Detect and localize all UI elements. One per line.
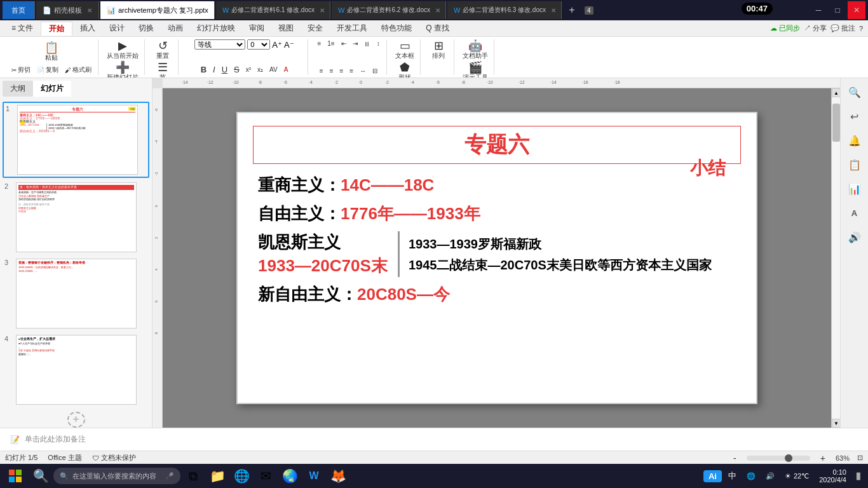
- ribbon-tab-features[interactable]: 特色功能: [375, 22, 418, 35]
- help-btn[interactable]: ?: [859, 25, 863, 32]
- font-color-button[interactable]: A: [281, 65, 291, 74]
- panel-tab-outline[interactable]: 大纲: [3, 81, 33, 97]
- paste-button[interactable]: 📋 粘贴: [40, 39, 63, 65]
- align-center-button[interactable]: ≡: [327, 67, 336, 75]
- font-family-select[interactable]: 等线: [194, 39, 245, 50]
- new-tab-button[interactable]: +: [563, 1, 581, 19]
- scroll-track[interactable]: [832, 97, 840, 419]
- ribbon-tab-home[interactable]: 开始: [41, 22, 72, 36]
- taskbar-network[interactable]: 🌐: [743, 464, 759, 488]
- right-btn-bell[interactable]: 🔔: [843, 129, 866, 152]
- font-size-select[interactable]: 0: [247, 39, 270, 50]
- superscript-button[interactable]: x²: [243, 65, 254, 74]
- charspace-button[interactable]: AV: [267, 65, 280, 74]
- taskbar-edge[interactable]: 🌐: [230, 464, 253, 487]
- taskbar-search-button[interactable]: 🔍: [29, 464, 52, 487]
- text-direction-button[interactable]: ↔: [357, 67, 369, 75]
- right-btn-volume[interactable]: 🔊: [843, 226, 866, 248]
- strikethrough-button[interactable]: S: [231, 64, 242, 75]
- linespacing-button[interactable]: ↕: [374, 39, 383, 48]
- tab-close-docx3[interactable]: ✕: [551, 7, 556, 14]
- ribbon-tab-insert[interactable]: 插入: [74, 22, 102, 35]
- ribbon-tab-slideshow[interactable]: 幻灯片放映: [191, 22, 241, 35]
- italic-button[interactable]: I: [210, 64, 218, 75]
- zoom-in-button[interactable]: +: [818, 453, 828, 463]
- arrange-button[interactable]: ⊞ 排列: [427, 39, 450, 61]
- tab-close-template[interactable]: ✕: [87, 7, 92, 14]
- right-btn-search[interactable]: 🔍: [843, 81, 866, 104]
- slide-thumb-3[interactable]: 3 措施：整顿银行金融秩序；整顿机构；新政举措 1933-1935年：以经济规定…: [3, 257, 149, 330]
- vertical-align-button[interactable]: ⊟: [370, 67, 380, 75]
- taskbar-explorer[interactable]: 📁: [206, 464, 229, 487]
- slide-thumb-2[interactable]: 2 推：根本原因：资本主义社会的基本矛盾 具体原因：生产与销售之间的矛盾 ①失业…: [3, 180, 149, 254]
- underline-button[interactable]: U: [219, 64, 230, 75]
- taskbar-mail[interactable]: ✉: [254, 464, 277, 487]
- align-right-button[interactable]: ≡: [337, 67, 346, 75]
- section-button[interactable]: ☰ 节: [151, 61, 174, 78]
- ribbon-tab-developer[interactable]: 开发工具: [330, 22, 374, 35]
- ribbon-tab-design[interactable]: 设计: [103, 22, 131, 35]
- tab-docx1[interactable]: W 必修二背通资料6.1 修改.docx ✕: [216, 1, 330, 19]
- numbering-button[interactable]: 1≡: [325, 39, 337, 48]
- slide-thumb-4[interactable]: 4 ●社会再生产，扩大总需求 ●个人生产与社会生产的矛盾 ... ①扩大就业 ②…: [3, 333, 149, 407]
- scroll-down-button[interactable]: ▼: [832, 419, 840, 428]
- taskbar-firefox[interactable]: 🦊: [327, 464, 349, 487]
- cut-button[interactable]: ✂剪切: [9, 65, 33, 75]
- shape-button[interactable]: ⬟ 形状: [393, 61, 416, 78]
- doc-assist-button[interactable]: 🤖 文档助手: [461, 39, 490, 61]
- ribbon-tab-security[interactable]: 安全: [301, 22, 329, 35]
- tab-docx2[interactable]: W 必修二背通资料6.2 修改.docx ✕: [332, 1, 446, 19]
- taskbar-datetime[interactable]: 0:10 2020/4/4: [815, 464, 850, 488]
- new-slide-button[interactable]: ➕ 新建幻灯片: [105, 61, 140, 78]
- bullets-button[interactable]: ≡: [315, 39, 323, 48]
- align-left-button[interactable]: ≡: [317, 67, 326, 75]
- zoom-thumb[interactable]: [785, 454, 792, 462]
- format-painter-button[interactable]: 🖌格式刷: [62, 65, 94, 75]
- ribbon-tab-animations[interactable]: 动画: [161, 22, 189, 35]
- panel-tab-slides[interactable]: 幻灯片: [33, 81, 71, 97]
- zoom-out-button[interactable]: -: [731, 453, 739, 463]
- taskbar-taskview[interactable]: ⧉: [182, 464, 205, 487]
- fit-to-window-button[interactable]: ⊡: [857, 454, 863, 462]
- taskbar-weather[interactable]: ☀ 22℃: [781, 464, 813, 488]
- voice-search-icon[interactable]: 🎤: [165, 472, 174, 480]
- increase-font-button[interactable]: A⁺: [272, 40, 282, 50]
- comment-btn[interactable]: 💬 批注: [831, 24, 855, 33]
- tab-home[interactable]: 首页: [3, 1, 35, 19]
- increase-indent-button[interactable]: ⇥: [350, 39, 360, 48]
- window-close[interactable]: ✕: [848, 1, 865, 19]
- taskbar-word[interactable]: W: [302, 464, 325, 487]
- taskbar-ime[interactable]: 中: [724, 464, 740, 488]
- taskbar-world[interactable]: 🌏: [278, 464, 301, 487]
- slide-thumb-1[interactable]: 1 专题六 重商主义：14C——18C 自由主义：1776年——1933年 凯恩…: [3, 102, 149, 178]
- share-btn[interactable]: ↗ 分享: [804, 24, 827, 33]
- canvas-scroll-area[interactable]: 专题六 小结 重商主义： 14C——18C: [163, 88, 831, 428]
- taskbar-search-box[interactable]: 🔍 在这里输入你要搜索的内容 🎤: [53, 468, 180, 484]
- scroll-up-button[interactable]: ▲: [832, 88, 840, 97]
- ribbon-tab-file[interactable]: ≡ 文件: [5, 22, 39, 35]
- right-btn-back[interactable]: ↩: [843, 105, 866, 128]
- start-button[interactable]: [3, 464, 28, 488]
- columns-button[interactable]: ⫼: [362, 39, 373, 48]
- tab-close-docx2[interactable]: ✕: [435, 7, 440, 14]
- note-bar[interactable]: 📝 单击此处添加备注: [0, 428, 868, 451]
- window-maximize[interactable]: □: [829, 1, 846, 19]
- ai-button[interactable]: Ai: [703, 470, 722, 482]
- right-btn-text[interactable]: A: [843, 201, 866, 224]
- present-tools-button[interactable]: 🎬 演示工具: [461, 61, 490, 78]
- ribbon-tab-review[interactable]: 审阅: [243, 22, 271, 35]
- zoom-slider[interactable]: [747, 456, 810, 461]
- slideshow-from-current-button[interactable]: ▶ 从当前开始: [105, 39, 140, 61]
- right-btn-chart[interactable]: 📊: [843, 177, 866, 200]
- tab-docx3[interactable]: W 必修二背通资料6.3 修改.docx ✕: [447, 1, 562, 19]
- copy-button[interactable]: 📄复制: [34, 65, 61, 75]
- ribbon-tab-find[interactable]: Q 查找: [419, 22, 456, 35]
- tab-pptx[interactable]: 📊 archivetemp专题六 复习.pptx ✕: [100, 1, 215, 19]
- vertical-scrollbar[interactable]: ▲ ▼: [831, 88, 840, 428]
- slide-canvas[interactable]: 专题六 小结 重商主义： 14C——18C: [236, 112, 757, 404]
- subscript-button[interactable]: x₂: [255, 65, 266, 74]
- scroll-thumb[interactable]: [832, 104, 840, 142]
- taskbar-show-desktop[interactable]: ▊: [853, 464, 865, 488]
- decrease-indent-button[interactable]: ⇤: [339, 39, 349, 48]
- tab-close-pptx[interactable]: ✕: [214, 7, 215, 14]
